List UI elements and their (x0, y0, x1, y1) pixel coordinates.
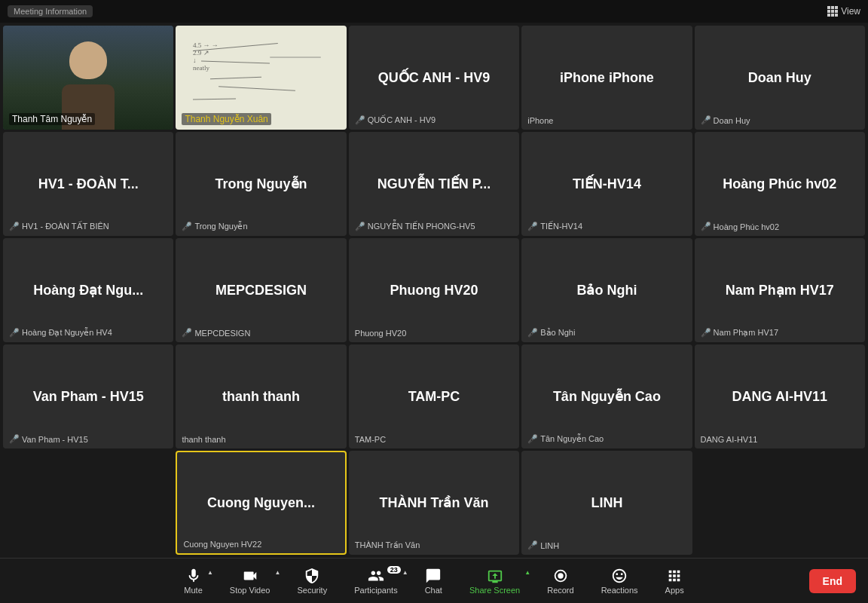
share-screen-icon (487, 568, 503, 584)
participant-label-text: iPhone (527, 116, 553, 125)
participant-name-label: Thanh Nguyễn Xuân (182, 113, 270, 125)
participant-label-text: Cuong Nguyen HV22 (183, 540, 261, 549)
participant-label-text: MEPCDESIGN (194, 329, 250, 338)
participant-name-label: Thanh Tâm Nguyễn (9, 113, 95, 125)
participant-display-name: Bảo Nghi (570, 282, 643, 298)
reactions-button[interactable]: Reactions (588, 563, 652, 599)
security-icon (304, 568, 320, 584)
mic-off-icon: 🎤 (527, 540, 538, 550)
participant-display-name: TAM-PC (402, 389, 466, 405)
participant-status-label: THÀNH Trần Văn (355, 540, 420, 550)
video-caret[interactable]: ▲ (275, 569, 281, 576)
apps-button[interactable]: Apps (652, 563, 698, 599)
participant-status-label: thanh thanh (182, 435, 225, 444)
participant-display-name: DANG AI-HV11 (726, 389, 833, 405)
participant-status-label: 🎤 MEPCDESIGN (182, 328, 250, 338)
participant-label-text: Hoàng Đạt Nguyễn HV4 (22, 328, 112, 338)
participant-status-label: Cuong Nguyen HV22 (183, 540, 261, 549)
mic-icon (185, 568, 202, 584)
participant-display-name: Doan Huy (742, 70, 818, 86)
participant-status-label: 🎤 Bảo Nghi (527, 328, 575, 338)
participant-label-text: Nam Phạm HV17 (714, 328, 778, 338)
mute-caret[interactable]: ▲ (207, 569, 213, 576)
participant-tile: thanh thanh thanh thanh (176, 344, 346, 448)
participant-status-label: 🎤 Hoàng Phúc hv02 (701, 222, 779, 231)
participant-label-text: Doan Huy (714, 116, 750, 125)
participant-label-text: HV1 - ĐOÀN TẤT BIÊN (22, 222, 109, 231)
mic-off-icon: 🎤 (527, 434, 538, 444)
participant-label-text: TIẾN-HV14 (540, 222, 582, 231)
record-label: Record (547, 586, 573, 595)
participant-status-label: 🎤 Doan Huy (701, 115, 750, 125)
participant-status-label: 🎤 TIẾN-HV14 (527, 222, 582, 231)
end-button[interactable]: End (809, 569, 856, 593)
participant-display-name: Hoàng Phúc hv02 (717, 176, 842, 192)
participant-display-name: NGUYỄN TIẾN P... (371, 176, 497, 192)
participant-status-label: 🎤 Nam Phạm HV17 (701, 328, 778, 338)
participant-status-label: 🎤 Tân Nguyễn Cao (527, 434, 604, 444)
participant-label-text: THÀNH Trần Văn (355, 540, 420, 550)
participant-display-name: Nam Phạm HV17 (720, 282, 840, 298)
mic-off-icon: 🎤 (527, 222, 538, 231)
toolbar: ▲ Mute ▲ Stop Video Security 23 ▲ Partic… (0, 558, 868, 603)
top-bar: Meeting Information View (0, 0, 868, 23)
mic-off-icon: 🎤 (355, 222, 365, 231)
mic-off-icon: 🎤 (701, 328, 711, 338)
participant-status-label: 🎤 LINH (527, 540, 559, 550)
participant-status-label: TAM-PC (355, 435, 386, 444)
view-button[interactable]: View (827, 6, 860, 17)
participant-display-name: Trong Nguyễn (209, 176, 313, 192)
participant-tile: Trong Nguyễn 🎤 Trong Nguyễn (176, 132, 346, 236)
participant-tile: Doan Huy 🎤 Doan Huy (695, 26, 865, 130)
participant-tile: Hoàng Đạt Ngu... 🎤 Hoàng Đạt Nguyễn HV4 (3, 238, 173, 342)
participant-display-name: TIẾN-HV14 (567, 176, 647, 192)
participants-count: 23 (387, 566, 401, 574)
view-label: View (841, 6, 860, 17)
share-screen-button[interactable]: ▲ Share Screen (456, 563, 533, 599)
participant-label-text: NGUYỄN TIẾN PHONG-HV5 (368, 222, 475, 231)
mic-off-icon: 🎤 (355, 115, 365, 125)
participant-tile: DANG AI-HV11 DANG AI-HV11 (695, 344, 865, 448)
participant-label-text: Bảo Nghi (540, 328, 575, 338)
mic-off-icon: 🎤 (9, 434, 20, 444)
svg-point-1 (558, 573, 563, 578)
participants-button[interactable]: 23 ▲ Participants (341, 563, 411, 599)
participant-label-text: Van Pham - HV15 (22, 435, 88, 444)
participant-status-label: 🎤 HV1 - ĐOÀN TẤT BIÊN (9, 222, 109, 231)
record-button[interactable]: Record (533, 563, 587, 599)
participant-display-name: Phuong HV20 (384, 283, 484, 298)
chat-button[interactable]: Chat (411, 563, 456, 599)
mic-off-icon: 🎤 (9, 328, 20, 338)
participant-tile: TIẾN-HV14 🎤 TIẾN-HV14 (521, 132, 692, 236)
mic-off-icon: 🎤 (527, 328, 538, 338)
participant-tile: NGUYỄN TIẾN P... 🎤 NGUYỄN TIẾN PHONG-HV5 (349, 132, 519, 236)
participant-display-name: Van Pham - HV15 (27, 389, 150, 405)
participant-status-label: 🎤 Hoàng Đạt Nguyễn HV4 (9, 328, 112, 338)
participant-status-label: 🎤 NGUYỄN TIẾN PHONG-HV5 (355, 222, 475, 231)
participant-tile: Tân Nguyễn Cao 🎤 Tân Nguyễn Cao (521, 344, 692, 448)
participant-tile: Thanh Tâm Nguyễn (3, 26, 173, 130)
participant-label-text: Phuong HV20 (355, 329, 407, 338)
participants-icon (368, 568, 384, 584)
security-button[interactable]: Security (283, 563, 341, 599)
share-screen-caret[interactable]: ▲ (524, 569, 530, 576)
participants-label: Participants (354, 586, 397, 595)
meeting-info-button[interactable]: Meeting Information (8, 5, 93, 17)
participant-display-name: Hoàng Đạt Ngu... (27, 282, 149, 298)
participant-display-name: HV1 - ĐOÀN T... (32, 176, 145, 192)
stop-video-label: Stop Video (230, 586, 270, 595)
participant-status-label: 🎤 Van Pham - HV15 (9, 434, 88, 444)
participant-display-name: LINH (585, 495, 628, 511)
stop-video-button[interactable]: ▲ Stop Video (216, 563, 284, 599)
participant-label-text: Tân Nguyễn Cao (540, 434, 604, 444)
participant-label-text: LINH (540, 541, 559, 550)
participant-grid: Thanh Tâm Nguyễn 4.5 → → 2.9 ↗ ↓ neatly … (0, 23, 868, 558)
mute-button[interactable]: ▲ Mute (170, 563, 215, 599)
participant-display-name: thanh thanh (216, 389, 306, 405)
share-screen-label: Share Screen (469, 586, 520, 595)
mic-off-icon: 🎤 (182, 328, 192, 338)
grid-icon (827, 6, 838, 17)
participant-tile: Phuong HV20 Phuong HV20 (349, 238, 519, 342)
participants-caret[interactable]: ▲ (402, 569, 408, 576)
participant-tile: LINH 🎤 LINH (521, 451, 692, 555)
